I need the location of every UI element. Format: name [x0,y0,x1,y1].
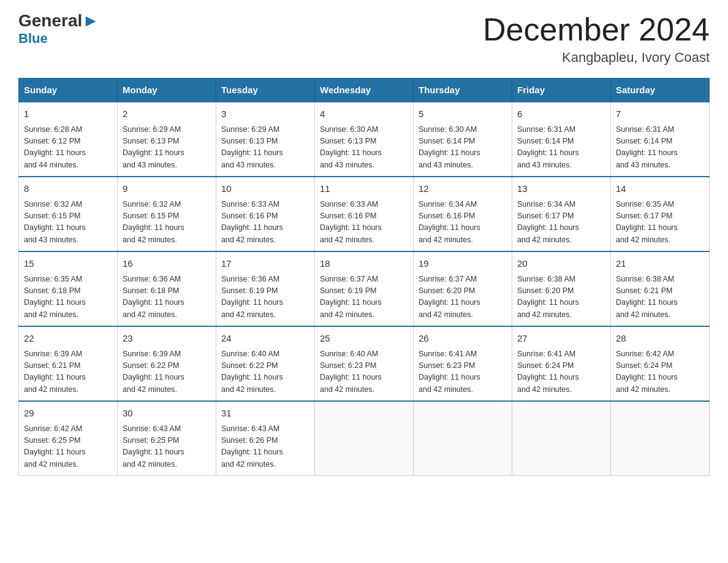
day-info: Sunrise: 6:34 AM Sunset: 6:17 PM Dayligh… [517,199,605,247]
calendar-cell: 14Sunrise: 6:35 AM Sunset: 6:17 PM Dayli… [611,177,710,251]
calendar-cell: 2Sunrise: 6:29 AM Sunset: 6:13 PM Daylig… [118,102,216,177]
day-info: Sunrise: 6:33 AM Sunset: 6:16 PM Dayligh… [320,199,408,247]
calendar-table: SundayMondayTuesdayWednesdayThursdayFrid… [18,78,710,476]
calendar-cell: 10Sunrise: 6:33 AM Sunset: 6:16 PM Dayli… [216,177,315,251]
calendar-cell: 29Sunrise: 6:42 AM Sunset: 6:25 PM Dayli… [19,401,118,476]
day-info: Sunrise: 6:36 AM Sunset: 6:19 PM Dayligh… [221,274,309,321]
day-header-sunday: Sunday [19,79,118,102]
day-number: 6 [517,107,605,121]
calendar-cell: 17Sunrise: 6:36 AM Sunset: 6:19 PM Dayli… [216,251,315,326]
calendar-week-1: 1Sunrise: 6:28 AM Sunset: 6:12 PM Daylig… [19,102,710,177]
day-number: 21 [616,257,704,271]
day-number: 29 [24,407,112,421]
day-info: Sunrise: 6:34 AM Sunset: 6:16 PM Dayligh… [419,199,507,247]
day-header-thursday: Thursday [414,79,512,102]
day-info: Sunrise: 6:37 AM Sunset: 6:20 PM Dayligh… [419,274,507,321]
logo-text-line1: General► [18,12,99,29]
day-number: 10 [221,182,309,196]
day-info: Sunrise: 6:29 AM Sunset: 6:13 PM Dayligh… [123,124,211,172]
day-info: Sunrise: 6:41 AM Sunset: 6:24 PM Dayligh… [517,348,605,396]
day-info: Sunrise: 6:39 AM Sunset: 6:22 PM Dayligh… [123,348,211,396]
day-number: 23 [123,332,211,346]
day-number: 30 [123,407,211,421]
day-number: 24 [221,332,309,346]
calendar-cell: 7Sunrise: 6:31 AM Sunset: 6:14 PM Daylig… [611,102,710,177]
calendar-cell: 5Sunrise: 6:30 AM Sunset: 6:14 PM Daylig… [414,102,512,177]
calendar-week-2: 8Sunrise: 6:32 AM Sunset: 6:15 PM Daylig… [19,177,710,251]
day-header-saturday: Saturday [611,79,710,102]
month-title: December 2024 [483,12,710,47]
day-info: Sunrise: 6:28 AM Sunset: 6:12 PM Dayligh… [24,124,112,172]
day-number: 22 [24,332,112,346]
day-number: 20 [517,257,605,271]
day-number: 14 [616,182,704,196]
calendar-cell: 1Sunrise: 6:28 AM Sunset: 6:12 PM Daylig… [19,102,118,177]
calendar-cell: 15Sunrise: 6:35 AM Sunset: 6:18 PM Dayli… [19,251,118,326]
day-info: Sunrise: 6:42 AM Sunset: 6:24 PM Dayligh… [616,348,704,396]
day-info: Sunrise: 6:36 AM Sunset: 6:18 PM Dayligh… [123,274,211,321]
logo: General► Blue [18,12,99,47]
day-number: 7 [616,107,704,121]
day-info: Sunrise: 6:31 AM Sunset: 6:14 PM Dayligh… [517,124,605,172]
calendar-week-5: 29Sunrise: 6:42 AM Sunset: 6:25 PM Dayli… [19,401,710,476]
day-info: Sunrise: 6:32 AM Sunset: 6:15 PM Dayligh… [123,199,211,247]
calendar-cell: 6Sunrise: 6:31 AM Sunset: 6:14 PM Daylig… [512,102,611,177]
calendar-cell: 8Sunrise: 6:32 AM Sunset: 6:15 PM Daylig… [19,177,118,251]
calendar-cell: 28Sunrise: 6:42 AM Sunset: 6:24 PM Dayli… [611,326,710,401]
calendar-cell [611,401,710,476]
calendar-cell [512,401,611,476]
calendar-cell: 11Sunrise: 6:33 AM Sunset: 6:16 PM Dayli… [315,177,414,251]
day-number: 15 [24,257,112,271]
calendar-cell: 22Sunrise: 6:39 AM Sunset: 6:21 PM Dayli… [19,326,118,401]
day-info: Sunrise: 6:31 AM Sunset: 6:14 PM Dayligh… [616,124,704,172]
calendar-cell: 20Sunrise: 6:38 AM Sunset: 6:20 PM Dayli… [512,251,611,326]
day-number: 9 [123,182,211,196]
day-info: Sunrise: 6:40 AM Sunset: 6:23 PM Dayligh… [320,348,408,396]
calendar-cell: 4Sunrise: 6:30 AM Sunset: 6:13 PM Daylig… [315,102,414,177]
calendar-cell: 24Sunrise: 6:40 AM Sunset: 6:22 PM Dayli… [216,326,315,401]
day-number: 28 [616,332,704,346]
calendar-cell: 18Sunrise: 6:37 AM Sunset: 6:19 PM Dayli… [315,251,414,326]
day-info: Sunrise: 6:30 AM Sunset: 6:14 PM Dayligh… [419,124,507,172]
day-header-friday: Friday [512,79,611,102]
day-number: 3 [221,107,309,121]
calendar-cell: 25Sunrise: 6:40 AM Sunset: 6:23 PM Dayli… [315,326,414,401]
day-info: Sunrise: 6:35 AM Sunset: 6:17 PM Dayligh… [616,199,704,247]
day-header-monday: Monday [118,79,216,102]
logo-text-line2: Blue [18,31,48,47]
day-number: 27 [517,332,605,346]
day-number: 11 [320,182,408,196]
calendar-cell: 3Sunrise: 6:29 AM Sunset: 6:13 PM Daylig… [216,102,315,177]
day-number: 26 [419,332,507,346]
day-number: 31 [221,407,309,421]
day-number: 4 [320,107,408,121]
calendar-cell: 27Sunrise: 6:41 AM Sunset: 6:24 PM Dayli… [512,326,611,401]
day-number: 8 [24,182,112,196]
day-number: 1 [24,107,112,121]
day-info: Sunrise: 6:40 AM Sunset: 6:22 PM Dayligh… [221,348,309,396]
day-info: Sunrise: 6:43 AM Sunset: 6:25 PM Dayligh… [123,423,211,471]
page-header: General► Blue December 2024 Kangbapleu, … [18,12,710,66]
day-number: 12 [419,182,507,196]
calendar-cell: 21Sunrise: 6:38 AM Sunset: 6:21 PM Dayli… [611,251,710,326]
day-number: 25 [320,332,408,346]
calendar-week-3: 15Sunrise: 6:35 AM Sunset: 6:18 PM Dayli… [19,251,710,326]
day-info: Sunrise: 6:42 AM Sunset: 6:25 PM Dayligh… [24,423,112,471]
calendar-cell: 30Sunrise: 6:43 AM Sunset: 6:25 PM Dayli… [118,401,216,476]
calendar-cell: 9Sunrise: 6:32 AM Sunset: 6:15 PM Daylig… [118,177,216,251]
calendar-cell: 16Sunrise: 6:36 AM Sunset: 6:18 PM Dayli… [118,251,216,326]
day-header-wednesday: Wednesday [315,79,414,102]
calendar-cell: 26Sunrise: 6:41 AM Sunset: 6:23 PM Dayli… [414,326,512,401]
day-info: Sunrise: 6:33 AM Sunset: 6:16 PM Dayligh… [221,199,309,247]
calendar-cell: 31Sunrise: 6:43 AM Sunset: 6:26 PM Dayli… [216,401,315,476]
day-header-tuesday: Tuesday [216,79,315,102]
day-number: 19 [419,257,507,271]
day-info: Sunrise: 6:41 AM Sunset: 6:23 PM Dayligh… [419,348,507,396]
day-info: Sunrise: 6:29 AM Sunset: 6:13 PM Dayligh… [221,124,309,172]
calendar-cell: 12Sunrise: 6:34 AM Sunset: 6:16 PM Dayli… [414,177,512,251]
day-info: Sunrise: 6:37 AM Sunset: 6:19 PM Dayligh… [320,274,408,321]
day-info: Sunrise: 6:30 AM Sunset: 6:13 PM Dayligh… [320,124,408,172]
day-number: 16 [123,257,211,271]
day-info: Sunrise: 6:38 AM Sunset: 6:20 PM Dayligh… [517,274,605,321]
calendar-cell [414,401,512,476]
